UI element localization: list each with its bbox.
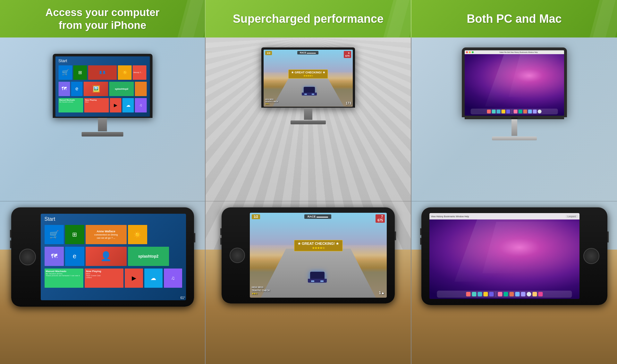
mac-iphone-dock-apple xyxy=(527,292,531,296)
iphone-tiles-row2: 🗺 e 👤 splashtop2 xyxy=(41,245,186,267)
mac-monitor-body: Safari File Edit View History Bookmarks … xyxy=(462,47,567,117)
mac-iphone-browser-bar: View History Bookmarks Window Help Leopa… xyxy=(429,213,579,219)
mac-iphone-power xyxy=(607,231,609,243)
dock-icon-10 xyxy=(533,110,537,113)
win8-tiles-row3: Manuel Machado My Vacation photos Now Pl… xyxy=(55,97,150,113)
iphone-tile-store: 🛒 xyxy=(45,225,64,244)
game-score-173: 173 xyxy=(346,102,351,105)
header-title-3: Both PC and Mac xyxy=(467,12,562,26)
game-scene-monitor: 1/2 RACE ▬▬▬▬ 6675 ★ GREAT CHECKING! ★ ★… xyxy=(264,50,353,107)
game-race-label: RACE ▬▬▬▬ xyxy=(297,51,318,54)
mac-monitor-container: Safari File Edit View History Bookmarks … xyxy=(462,47,567,140)
game-great-banner-monitor: ★ GREAT CHECKING! ★ ★★★★☆ xyxy=(288,70,328,79)
mac-iphone-dock xyxy=(437,291,572,298)
mac-iphone-dock-11 xyxy=(532,292,537,296)
header-cell-3: Both PC and Mac xyxy=(411,0,617,37)
game-iphone-home xyxy=(230,248,245,263)
panel-3: Safari File Edit View History Bookmarks … xyxy=(411,37,617,364)
dock-icon-3 xyxy=(496,110,500,113)
header-title-2: Supercharged performance xyxy=(233,12,384,26)
tile-youtube: ▶ xyxy=(110,98,122,112)
panel2-divider xyxy=(206,201,411,202)
win-monitor-body: Start 🛒 ⊞ 👤👤 ☀️ Wendy T... xyxy=(53,54,152,118)
vol-up xyxy=(10,230,11,238)
iphone-tile-photo: 👤 xyxy=(86,247,127,266)
dock-icon-6 xyxy=(513,110,517,113)
iphone-tile-people: Anne Wallacecommented on Diningcan we al… xyxy=(86,225,127,244)
game-iphone-score-bottom: 1▲ xyxy=(379,291,385,295)
mac-iphone-screen-wrapper: View History Bookmarks Window Help Leopa… xyxy=(429,213,579,299)
game-iphone-pos: 1/2 xyxy=(252,214,260,219)
panel-1: Start 🛒 ⊞ 👤👤 ☀️ Wendy T... xyxy=(0,37,206,364)
win8-iphone-desktop: Start 🛒 ⊞ Anne Wallacecommented on Dinin… xyxy=(41,214,186,300)
iphone-tile-machado: Manuel Machado My Vacation photosThese p… xyxy=(45,269,83,288)
mac-menu-text: Safari File Edit View History Bookmarks … xyxy=(475,51,563,53)
dock-icon-apple xyxy=(537,110,541,113)
dock-icon-4 xyxy=(501,110,505,113)
panel-2: 1/2 RACE ▬▬▬▬ 6675 ★ GREAT CHECKING! ★ ★… xyxy=(206,37,411,364)
mac-iphone-dock-7 xyxy=(503,292,508,296)
dock-divider xyxy=(511,109,512,114)
tile-photo: 🖼️ xyxy=(84,82,108,96)
mac-iphone-dock-3 xyxy=(478,292,482,296)
win-monitor-stand xyxy=(98,118,107,131)
game-score-badge: 6675 xyxy=(344,51,351,58)
mac-iphone-dock-5 xyxy=(489,292,494,296)
vol-down xyxy=(10,240,11,248)
win-monitor-container: Start 🛒 ⊞ 👤👤 ☀️ Wendy T... xyxy=(53,54,152,136)
tile-music: ♫ xyxy=(135,98,147,112)
iphone-tile-video: ▶ xyxy=(125,269,143,288)
game-iphone-car xyxy=(310,272,325,281)
game-iphone-scene: 1/2 RACE ▬▬▬▬ 7675 ★ GREAT CHECKING! ★ ★… xyxy=(250,213,387,298)
win8-tiles-row1: 🛒 ⊞ 👤👤 ☀️ Wendy T... xyxy=(55,64,150,81)
game-monitor-stand xyxy=(304,108,312,120)
iphone-tile-ie: e xyxy=(65,247,84,266)
tile-now-playing: Now Playing Elton xyxy=(84,98,109,112)
mac-iphone-aurora2 xyxy=(482,222,579,273)
mac-iphone-dock-4 xyxy=(483,292,488,296)
game-iphone-vol xyxy=(220,228,222,245)
mac-iphone-dock-8 xyxy=(509,292,514,296)
mac-iphone-dock-2 xyxy=(472,292,476,296)
mac-browser-menu: View History Bookmarks Window Help xyxy=(431,215,469,218)
game-great-iphone: ★ GREAT CHECKING! ★ ★★★★☆ xyxy=(294,240,342,251)
iphone-win8-start: Start xyxy=(41,214,186,224)
mac-iphone: View History Bookmarks Window Help Leopa… xyxy=(421,207,607,305)
tile-cloud: ☁ xyxy=(123,98,134,112)
mac-iphone-desktop xyxy=(429,213,579,299)
content-row: Start 🛒 ⊞ 👤👤 ☀️ Wendy T... xyxy=(0,37,617,364)
tile-maps: 🗺 xyxy=(58,82,70,96)
mac-iphone-home xyxy=(583,248,599,264)
iphone-tile-weather: ☀️61° xyxy=(128,225,147,244)
mac-iphone-dock-divider xyxy=(495,292,496,297)
mac-monitor-stand xyxy=(511,119,517,136)
game-iphone: 1/2 RACE ▬▬▬▬ 7675 ★ GREAT CHECKING! ★ ★… xyxy=(222,207,395,303)
mac-iphone-dock-10 xyxy=(521,292,525,296)
iphone-volume-btns xyxy=(10,230,11,248)
game-monitor-screen: 1/2 RACE ▬▬▬▬ 6675 ★ GREAT CHECKING! ★ ★… xyxy=(264,50,353,107)
dock-icon-5 xyxy=(506,110,510,113)
iphone-tiles-row1: 🛒 ⊞ Anne Wallacecommented on Diningcan w… xyxy=(41,224,186,245)
mac-monitor-base xyxy=(492,136,537,140)
tile-extra xyxy=(135,82,147,96)
iphone-tile-splashtop: splashtop2 xyxy=(128,247,169,266)
mac-dock-monitor xyxy=(470,109,558,114)
page-wrapper: Access your computer from your iPhone Su… xyxy=(0,0,617,364)
iphone-home-btn xyxy=(19,249,36,265)
game-iphone-score-top: 7675 xyxy=(376,214,385,223)
mac-chin xyxy=(511,118,518,119)
dock-icon-9 xyxy=(528,110,532,113)
dock-icon-1 xyxy=(487,110,491,113)
win8-tiles-row2: 🗺 e 🖼️ splashtop2 xyxy=(55,81,150,97)
win-iphone-container: Start 🛒 ⊞ Anne Wallacecommented on Dinin… xyxy=(11,207,194,307)
dock-icon-7 xyxy=(518,110,522,113)
game-iphone-traffic: HIGH MISSTRAFFIC CHECK★★☆ xyxy=(252,286,270,295)
tile-store: 🛒 xyxy=(58,65,72,80)
mac-iphone-container: View History Bookmarks Window Help Leopa… xyxy=(421,207,607,305)
game-vol-up xyxy=(220,228,222,235)
tile-ie: e xyxy=(71,82,82,96)
game-vol-down xyxy=(220,238,222,245)
win-monitor-screen: Start 🛒 ⊞ 👤👤 ☀️ Wendy T... xyxy=(55,56,150,117)
mac-btn-min xyxy=(469,51,471,53)
iphone-tile-nowplaying: Now Playing EltonViper Creek ClubLetters xyxy=(85,269,123,288)
